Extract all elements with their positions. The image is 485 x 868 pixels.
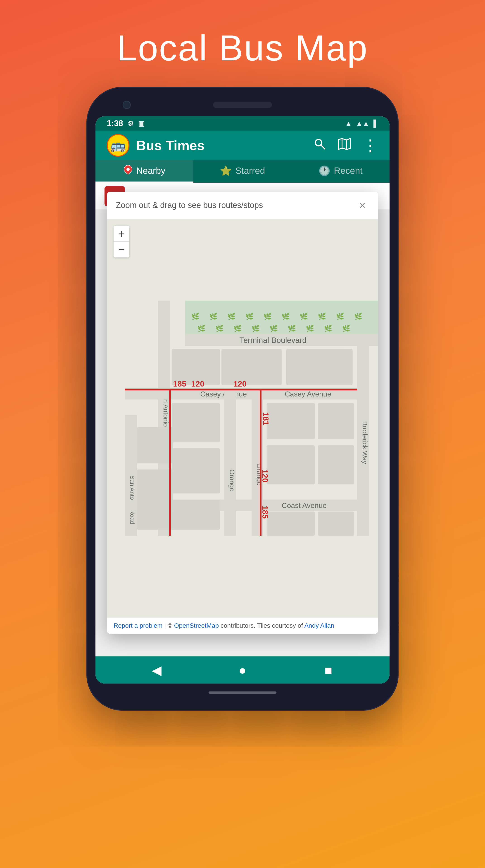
bus-logo-icon: 🚌 (110, 138, 126, 153)
route-185-2-label: 185 (261, 506, 269, 519)
svg-text:🌿: 🌿 (197, 324, 206, 333)
map-modal: Zoom out & drag to see bus routes/stops … (107, 192, 378, 634)
wifi-icon: ▲ (345, 120, 352, 127)
svg-text:🌿: 🌿 (324, 324, 332, 333)
signal-icon: ▲▲ (356, 120, 369, 127)
content-area: Trafalgar Square (S) Zoom out & drag to … (95, 183, 390, 656)
phone-frame: 1:38 ⚙ ▣ ▲ ▲▲ ▌ 🚌 Bus Times (86, 87, 399, 711)
openstreetmap-link[interactable]: OpenStreetMap (174, 622, 219, 629)
zoom-controls: + − (114, 226, 130, 257)
phone-screen: 1:38 ⚙ ▣ ▲ ▲▲ ▌ 🚌 Bus Times (95, 116, 390, 684)
nav-back-button[interactable]: ◀ (147, 661, 166, 679)
app-header: 🚌 Bus Times ⋮ (95, 131, 390, 160)
andy-allan-link[interactable]: Andy Allan (304, 622, 334, 629)
tab-nearby-label: Nearby (136, 166, 165, 176)
starred-tab-icon: ⭐ (220, 165, 232, 176)
svg-line-1 (321, 145, 325, 149)
zoom-in-button[interactable]: + (114, 226, 130, 242)
svg-text:🌿: 🌿 (269, 324, 278, 333)
map-icon[interactable] (338, 138, 351, 153)
svg-rect-53 (267, 512, 315, 536)
map-svg: 🌿 🌿 🌿 🌿 🌿 🌿 🌿 🌿 🌿 🌿 🌿 🌿 (107, 219, 378, 617)
svg-text:🌿: 🌿 (342, 324, 350, 333)
route-120-3-label: 120 (261, 469, 269, 483)
svg-rect-50 (318, 403, 354, 439)
nav-home-button[interactable]: ● (233, 661, 252, 679)
tab-recent[interactable]: 🕐 Recent (292, 160, 390, 183)
map-attribution: Report a problem | © OpenStreetMap contr… (107, 617, 378, 634)
modal-hint: Zoom out & drag to see bus routes/stops (116, 200, 263, 210)
broderick-way-label: Broderick Way (361, 421, 369, 464)
route-181-label: 181 (261, 412, 270, 425)
svg-text:🌿: 🌿 (209, 312, 218, 320)
coast-avenue-label: Coast Avenue (282, 501, 327, 509)
route-120-2-label: 120 (233, 379, 247, 388)
tab-starred[interactable]: ⭐ Starred (193, 160, 291, 183)
tab-starred-label: Starred (235, 166, 265, 176)
route-120-label: 120 (191, 379, 204, 388)
route-185-label: 185 (173, 379, 186, 388)
svg-text:🌿: 🌿 (252, 324, 260, 333)
svg-text:🌿: 🌿 (233, 324, 242, 333)
settings-status-icon: ⚙ (127, 120, 134, 127)
svg-rect-45 (172, 500, 220, 530)
app-name: Bus Times (136, 138, 307, 153)
svg-rect-46 (137, 427, 173, 463)
more-icon[interactable]: ⋮ (362, 137, 378, 153)
svg-text:🌿: 🌿 (282, 312, 290, 320)
nearby-tab-icon (123, 165, 133, 177)
svg-text:🌿: 🌿 (246, 312, 254, 320)
header-icons: ⋮ (314, 137, 378, 153)
svg-rect-52 (318, 445, 354, 485)
svg-text:🌿: 🌿 (191, 312, 200, 320)
terminal-blvd-label: Terminal Boulevard (239, 336, 307, 344)
orange-street-label: Orange (228, 469, 236, 492)
tabs-bar: Nearby ⭐ Starred 🕐 Recent (95, 160, 390, 183)
status-bar: 1:38 ⚙ ▣ ▲ ▲▲ ▌ (95, 116, 390, 131)
status-left: 1:38 ⚙ ▣ (107, 119, 145, 128)
svg-text:🌿: 🌿 (300, 312, 308, 320)
status-time: 1:38 (107, 119, 123, 128)
svg-rect-43 (172, 403, 220, 442)
page-title: Local Bus Map (117, 27, 368, 69)
svg-text:🌿: 🌿 (306, 324, 314, 333)
report-problem-link[interactable]: Report a problem (114, 622, 163, 629)
nav-recent-button[interactable]: ■ (319, 661, 338, 679)
svg-rect-37 (224, 388, 236, 536)
modal-header: Zoom out & drag to see bus routes/stops … (107, 192, 378, 219)
svg-text:🌿: 🌿 (288, 324, 296, 333)
svg-rect-48 (137, 500, 173, 530)
tab-recent-label: Recent (334, 166, 363, 176)
svg-rect-44 (172, 448, 220, 493)
svg-text:🌿: 🌿 (227, 312, 236, 320)
zoom-out-button[interactable]: − (114, 242, 130, 257)
svg-text:🌿: 🌿 (216, 324, 224, 333)
map-container[interactable]: 🌿 🌿 🌿 🌿 🌿 🌿 🌿 🌿 🌿 🌿 🌿 🌿 (107, 219, 378, 617)
app-logo: 🚌 (107, 134, 130, 157)
modal-close-button[interactable]: × (355, 198, 369, 212)
nav-bar: ◀ ● ■ (95, 656, 390, 684)
phone-camera (123, 101, 131, 109)
casey-avenue-2-label: Casey Avenue (285, 390, 332, 398)
battery-icon: ▌ (373, 120, 378, 127)
recent-tab-icon: 🕐 (318, 165, 330, 176)
sim-status-icon: ▣ (138, 120, 145, 127)
svg-text:🌿: 🌿 (336, 312, 344, 320)
svg-point-4 (126, 168, 130, 171)
phone-bottom-bezel (95, 684, 390, 702)
svg-text:🌿: 🌿 (354, 312, 362, 320)
tab-nearby[interactable]: Nearby (95, 160, 193, 183)
svg-rect-49 (267, 403, 315, 439)
status-right: ▲ ▲▲ ▌ (345, 120, 378, 127)
casey-avenue-label: Casey Avenue (200, 390, 247, 398)
svg-rect-42 (286, 349, 352, 385)
svg-text:🌿: 🌿 (263, 312, 272, 320)
phone-top-bezel (95, 96, 390, 114)
search-icon[interactable] (314, 138, 326, 153)
svg-text:🌿: 🌿 (318, 312, 326, 320)
svg-rect-41 (222, 349, 282, 385)
phone-speaker (213, 102, 272, 108)
attribution-osm: | © (164, 622, 174, 629)
phone-home-bar (208, 691, 277, 694)
attribution-text: contributors. Tiles courtesy of (221, 622, 304, 629)
